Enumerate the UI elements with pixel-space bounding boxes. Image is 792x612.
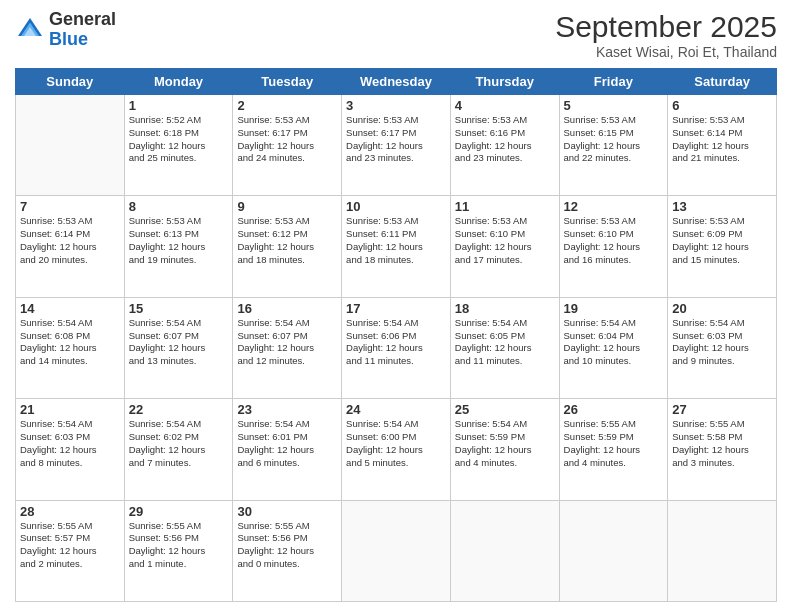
- logo-line1: General: [49, 10, 116, 30]
- day-info: Sunrise: 5:54 AM Sunset: 6:00 PM Dayligh…: [346, 418, 446, 469]
- day-number: 9: [237, 199, 337, 214]
- day-info: Sunrise: 5:54 AM Sunset: 6:07 PM Dayligh…: [237, 317, 337, 368]
- calendar-cell: 12Sunrise: 5:53 AM Sunset: 6:10 PM Dayli…: [559, 196, 668, 297]
- calendar-cell: 13Sunrise: 5:53 AM Sunset: 6:09 PM Dayli…: [668, 196, 777, 297]
- day-number: 5: [564, 98, 664, 113]
- calendar-header-thursday: Thursday: [450, 69, 559, 95]
- calendar-cell: [342, 500, 451, 601]
- day-number: 7: [20, 199, 120, 214]
- day-info: Sunrise: 5:52 AM Sunset: 6:18 PM Dayligh…: [129, 114, 229, 165]
- calendar-cell: 24Sunrise: 5:54 AM Sunset: 6:00 PM Dayli…: [342, 399, 451, 500]
- day-info: Sunrise: 5:54 AM Sunset: 6:02 PM Dayligh…: [129, 418, 229, 469]
- calendar-cell: 5Sunrise: 5:53 AM Sunset: 6:15 PM Daylig…: [559, 95, 668, 196]
- calendar-cell: 15Sunrise: 5:54 AM Sunset: 6:07 PM Dayli…: [124, 297, 233, 398]
- day-info: Sunrise: 5:53 AM Sunset: 6:13 PM Dayligh…: [129, 215, 229, 266]
- day-number: 14: [20, 301, 120, 316]
- day-number: 25: [455, 402, 555, 417]
- calendar-cell: 4Sunrise: 5:53 AM Sunset: 6:16 PM Daylig…: [450, 95, 559, 196]
- calendar-week-2: 7Sunrise: 5:53 AM Sunset: 6:14 PM Daylig…: [16, 196, 777, 297]
- calendar-cell: 26Sunrise: 5:55 AM Sunset: 5:59 PM Dayli…: [559, 399, 668, 500]
- day-info: Sunrise: 5:54 AM Sunset: 6:05 PM Dayligh…: [455, 317, 555, 368]
- calendar-cell: 16Sunrise: 5:54 AM Sunset: 6:07 PM Dayli…: [233, 297, 342, 398]
- calendar-cell: 17Sunrise: 5:54 AM Sunset: 6:06 PM Dayli…: [342, 297, 451, 398]
- day-number: 22: [129, 402, 229, 417]
- calendar-cell: 19Sunrise: 5:54 AM Sunset: 6:04 PM Dayli…: [559, 297, 668, 398]
- page: General Blue September 2025 Kaset Wisai,…: [0, 0, 792, 612]
- calendar-cell: [559, 500, 668, 601]
- day-info: Sunrise: 5:55 AM Sunset: 5:57 PM Dayligh…: [20, 520, 120, 571]
- day-number: 30: [237, 504, 337, 519]
- day-info: Sunrise: 5:55 AM Sunset: 5:58 PM Dayligh…: [672, 418, 772, 469]
- day-info: Sunrise: 5:55 AM Sunset: 5:56 PM Dayligh…: [129, 520, 229, 571]
- calendar-cell: 23Sunrise: 5:54 AM Sunset: 6:01 PM Dayli…: [233, 399, 342, 500]
- calendar-cell: 22Sunrise: 5:54 AM Sunset: 6:02 PM Dayli…: [124, 399, 233, 500]
- day-info: Sunrise: 5:53 AM Sunset: 6:10 PM Dayligh…: [455, 215, 555, 266]
- day-number: 27: [672, 402, 772, 417]
- day-info: Sunrise: 5:53 AM Sunset: 6:11 PM Dayligh…: [346, 215, 446, 266]
- calendar-cell: [16, 95, 125, 196]
- day-number: 28: [20, 504, 120, 519]
- day-info: Sunrise: 5:53 AM Sunset: 6:09 PM Dayligh…: [672, 215, 772, 266]
- month-title: September 2025: [555, 10, 777, 44]
- day-number: 24: [346, 402, 446, 417]
- day-number: 13: [672, 199, 772, 214]
- day-number: 11: [455, 199, 555, 214]
- day-info: Sunrise: 5:54 AM Sunset: 6:04 PM Dayligh…: [564, 317, 664, 368]
- calendar-cell: 6Sunrise: 5:53 AM Sunset: 6:14 PM Daylig…: [668, 95, 777, 196]
- day-info: Sunrise: 5:55 AM Sunset: 5:59 PM Dayligh…: [564, 418, 664, 469]
- calendar-cell: 11Sunrise: 5:53 AM Sunset: 6:10 PM Dayli…: [450, 196, 559, 297]
- logo-text: General Blue: [49, 10, 116, 50]
- calendar-cell: 18Sunrise: 5:54 AM Sunset: 6:05 PM Dayli…: [450, 297, 559, 398]
- calendar-cell: 9Sunrise: 5:53 AM Sunset: 6:12 PM Daylig…: [233, 196, 342, 297]
- day-number: 3: [346, 98, 446, 113]
- calendar-table: SundayMondayTuesdayWednesdayThursdayFrid…: [15, 68, 777, 602]
- day-number: 4: [455, 98, 555, 113]
- day-info: Sunrise: 5:54 AM Sunset: 6:08 PM Dayligh…: [20, 317, 120, 368]
- day-number: 6: [672, 98, 772, 113]
- day-info: Sunrise: 5:54 AM Sunset: 6:06 PM Dayligh…: [346, 317, 446, 368]
- calendar-header-wednesday: Wednesday: [342, 69, 451, 95]
- day-info: Sunrise: 5:53 AM Sunset: 6:12 PM Dayligh…: [237, 215, 337, 266]
- day-number: 10: [346, 199, 446, 214]
- calendar-header-tuesday: Tuesday: [233, 69, 342, 95]
- calendar-cell: 30Sunrise: 5:55 AM Sunset: 5:56 PM Dayli…: [233, 500, 342, 601]
- logo: General Blue: [15, 10, 116, 50]
- calendar-cell: 1Sunrise: 5:52 AM Sunset: 6:18 PM Daylig…: [124, 95, 233, 196]
- calendar-cell: 25Sunrise: 5:54 AM Sunset: 5:59 PM Dayli…: [450, 399, 559, 500]
- day-number: 12: [564, 199, 664, 214]
- calendar-cell: 3Sunrise: 5:53 AM Sunset: 6:17 PM Daylig…: [342, 95, 451, 196]
- day-info: Sunrise: 5:55 AM Sunset: 5:56 PM Dayligh…: [237, 520, 337, 571]
- calendar-cell: 2Sunrise: 5:53 AM Sunset: 6:17 PM Daylig…: [233, 95, 342, 196]
- calendar-cell: 7Sunrise: 5:53 AM Sunset: 6:14 PM Daylig…: [16, 196, 125, 297]
- day-info: Sunrise: 5:54 AM Sunset: 6:03 PM Dayligh…: [672, 317, 772, 368]
- calendar-week-4: 21Sunrise: 5:54 AM Sunset: 6:03 PM Dayli…: [16, 399, 777, 500]
- day-number: 21: [20, 402, 120, 417]
- day-info: Sunrise: 5:54 AM Sunset: 6:01 PM Dayligh…: [237, 418, 337, 469]
- day-info: Sunrise: 5:53 AM Sunset: 6:14 PM Dayligh…: [20, 215, 120, 266]
- day-number: 23: [237, 402, 337, 417]
- calendar-cell: 28Sunrise: 5:55 AM Sunset: 5:57 PM Dayli…: [16, 500, 125, 601]
- calendar-cell: 21Sunrise: 5:54 AM Sunset: 6:03 PM Dayli…: [16, 399, 125, 500]
- day-number: 8: [129, 199, 229, 214]
- calendar-header-friday: Friday: [559, 69, 668, 95]
- day-info: Sunrise: 5:53 AM Sunset: 6:15 PM Dayligh…: [564, 114, 664, 165]
- calendar-header-row: SundayMondayTuesdayWednesdayThursdayFrid…: [16, 69, 777, 95]
- calendar-week-1: 1Sunrise: 5:52 AM Sunset: 6:18 PM Daylig…: [16, 95, 777, 196]
- day-info: Sunrise: 5:54 AM Sunset: 5:59 PM Dayligh…: [455, 418, 555, 469]
- calendar-cell: 10Sunrise: 5:53 AM Sunset: 6:11 PM Dayli…: [342, 196, 451, 297]
- day-number: 2: [237, 98, 337, 113]
- logo-icon: [15, 15, 45, 45]
- day-number: 29: [129, 504, 229, 519]
- day-info: Sunrise: 5:53 AM Sunset: 6:17 PM Dayligh…: [346, 114, 446, 165]
- title-block: September 2025 Kaset Wisai, Roi Et, Thai…: [555, 10, 777, 60]
- calendar-cell: [450, 500, 559, 601]
- calendar-cell: 29Sunrise: 5:55 AM Sunset: 5:56 PM Dayli…: [124, 500, 233, 601]
- calendar-week-5: 28Sunrise: 5:55 AM Sunset: 5:57 PM Dayli…: [16, 500, 777, 601]
- day-number: 26: [564, 402, 664, 417]
- day-number: 16: [237, 301, 337, 316]
- day-info: Sunrise: 5:53 AM Sunset: 6:16 PM Dayligh…: [455, 114, 555, 165]
- header: General Blue September 2025 Kaset Wisai,…: [15, 10, 777, 60]
- day-info: Sunrise: 5:54 AM Sunset: 6:07 PM Dayligh…: [129, 317, 229, 368]
- day-number: 1: [129, 98, 229, 113]
- day-info: Sunrise: 5:54 AM Sunset: 6:03 PM Dayligh…: [20, 418, 120, 469]
